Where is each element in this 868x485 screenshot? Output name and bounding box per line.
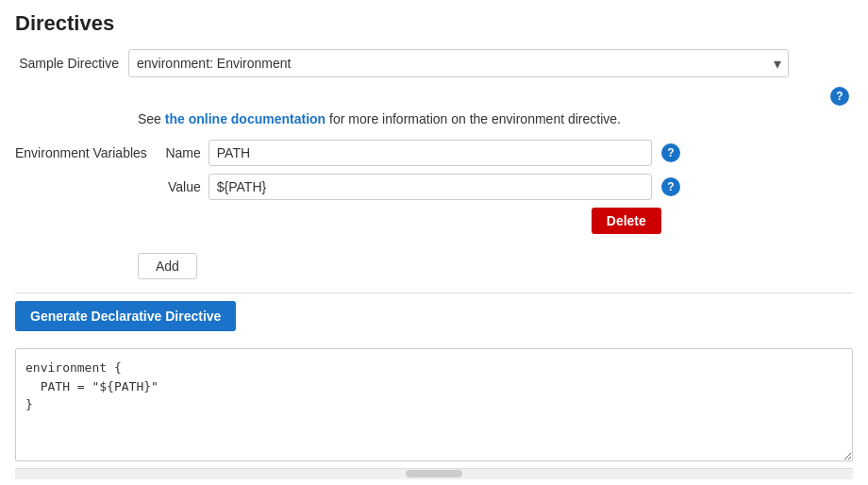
add-button[interactable]: Add [138, 253, 197, 279]
online-documentation-link[interactable]: the online documentation [165, 111, 326, 126]
help-icon-name[interactable]: ? [661, 143, 680, 162]
info-text: See the online documentation for more in… [138, 111, 853, 126]
bottom-scrollbar[interactable] [15, 468, 853, 479]
output-textarea[interactable] [15, 348, 853, 461]
env-fields: Name ? Value ? Delete [157, 140, 853, 243]
generate-section: Generate Declarative Directive [15, 301, 853, 331]
help-icon-row: ? [15, 87, 853, 106]
env-name-input[interactable] [209, 140, 652, 166]
help-icon-value[interactable]: ? [661, 177, 680, 196]
env-variables-section: Environment Variables Name ? Value ? Del… [15, 140, 853, 243]
sample-directive-label: Sample Directive [15, 56, 128, 71]
delete-button[interactable]: Delete [592, 208, 661, 234]
env-variables-label: Environment Variables [15, 140, 157, 160]
env-name-row: Name ? [157, 140, 853, 166]
generate-directive-button[interactable]: Generate Declarative Directive [15, 301, 236, 331]
sample-directive-row: Sample Directive environment: Environmen… [15, 49, 853, 77]
delete-row: Delete [157, 208, 661, 234]
env-name-label: Name [157, 145, 209, 160]
info-prefix: See [138, 111, 165, 126]
page-title: Directives [15, 11, 853, 36]
env-value-row: Value ? [157, 174, 853, 200]
sample-directive-select-wrapper: environment: Environment path: Path user… [128, 49, 789, 77]
sample-directive-select[interactable]: environment: Environment path: Path user… [128, 49, 789, 77]
env-value-input[interactable] [209, 174, 652, 200]
env-value-label: Value [157, 179, 209, 194]
section-divider [15, 293, 853, 293]
scrollbar-thumb [406, 470, 462, 477]
info-suffix: for more information on the environment … [326, 111, 621, 126]
add-row: Add [138, 253, 853, 279]
help-icon-top[interactable]: ? [830, 87, 849, 106]
